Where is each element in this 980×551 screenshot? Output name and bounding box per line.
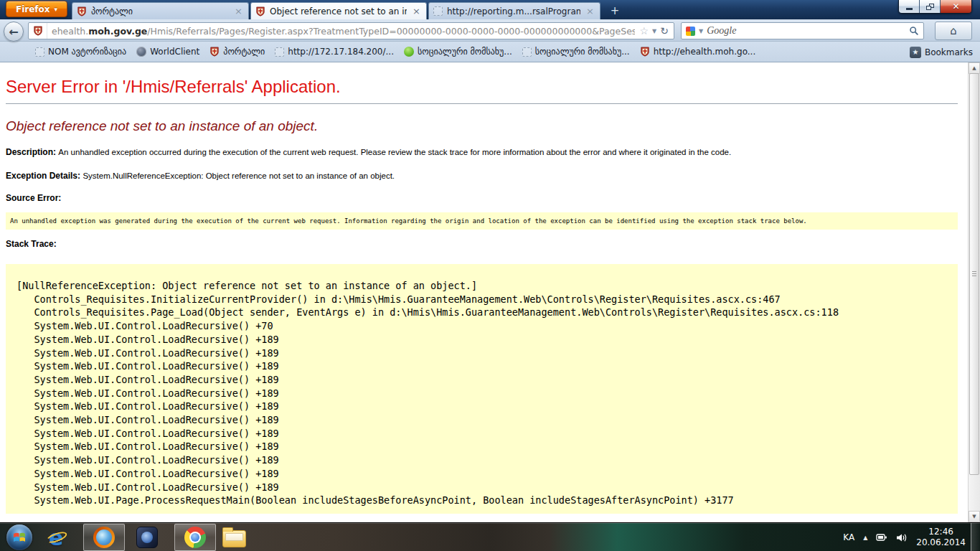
bookmarks-menu-button[interactable]: ★ Bookmarks	[907, 42, 976, 62]
minimize-button[interactable]	[899, 0, 920, 13]
url-bar-icons: ☆ ▼ ↻	[635, 25, 674, 37]
tab-close-icon[interactable]: ×	[233, 6, 244, 16]
description-label: Description:	[6, 147, 58, 157]
speaker-icon[interactable]	[896, 533, 908, 542]
globe-icon	[136, 47, 146, 57]
firefox-icon	[93, 527, 115, 548]
url-dropdown-icon[interactable]: ▼	[652, 28, 656, 34]
url-prefix: ehealth.	[52, 26, 88, 37]
bookmark-label: სოციალური მომსახუ...	[535, 47, 630, 57]
scrollbar-thumb[interactable]	[969, 73, 979, 475]
page-title: Server Error in '/Hmis/Referrals' Applic…	[6, 77, 968, 97]
bookmarks-menu-label: Bookmarks	[925, 47, 973, 57]
exception-label: Exception Details:	[6, 171, 83, 181]
georgia-emblem-icon	[209, 47, 220, 57]
tab-close-icon[interactable]: ×	[585, 6, 595, 16]
url-bar[interactable]: ehealth.moh.gov.ge/Hmis/Referrals/Pages/…	[28, 22, 674, 39]
bookmark-item-social-1[interactable]: სოციალური მომსახუ...	[399, 44, 517, 60]
georgia-emblem-favicon	[33, 26, 43, 36]
search-placeholder: Google	[707, 25, 905, 37]
scroll-down-arrow[interactable]: ▼	[969, 511, 980, 522]
taskbar-media-player-button[interactable]	[136, 527, 158, 548]
restore-icon	[926, 4, 934, 10]
clock-date: 20.06.2014	[916, 537, 966, 548]
media-player-icon	[136, 527, 158, 548]
bookmark-label: პორტალი	[223, 47, 265, 57]
description-text: An unhandled exception occurred during t…	[58, 148, 731, 156]
georgia-emblem-favicon	[77, 6, 87, 17]
bookmarks-star-icon: ★	[910, 47, 921, 58]
minimize-icon	[906, 8, 913, 10]
taskbar-firefox-button[interactable]	[83, 524, 125, 551]
home-icon: ⌂	[950, 24, 957, 37]
source-error-box: An unhandled exception was generated dur…	[6, 212, 958, 230]
search-icon[interactable]	[909, 26, 919, 36]
home-button[interactable]: ⌂	[935, 22, 972, 40]
placeholder-favicon	[433, 6, 443, 16]
taskbar-explorer-button[interactable]	[222, 527, 246, 547]
site-favicon-box	[29, 23, 47, 39]
clock[interactable]: 12:46 20.06.2014	[916, 527, 970, 548]
bookmark-item-ip[interactable]: http://172.17.184.200/...	[270, 44, 399, 60]
clock-time: 12:46	[916, 527, 966, 537]
tab-error-page-active[interactable]: Object reference not set to an instanc..…	[250, 2, 427, 19]
firefox-menu-button[interactable]: Firefox ▾	[6, 1, 67, 17]
url-text[interactable]: ehealth.moh.gov.ge/Hmis/Referrals/Pages/…	[47, 26, 635, 37]
stack-trace-box: [NullReferenceException: Object referenc…	[6, 264, 958, 514]
tab-close-icon[interactable]: ×	[411, 6, 422, 16]
divider	[6, 103, 958, 104]
new-tab-button[interactable]: +	[606, 4, 623, 18]
firefox-menu-label: Firefox	[16, 4, 50, 14]
back-arrow-icon: ←	[9, 25, 18, 39]
tab-title: http://reporting.m...rsalPrograms.aspx	[447, 6, 580, 17]
bookmark-star-icon[interactable]: ☆	[640, 25, 649, 37]
close-icon: ✕	[952, 1, 959, 11]
url-path: /Hmis/Referrals/Pages/Register.aspx?Trea…	[147, 26, 634, 37]
google-engine-icon[interactable]	[686, 27, 695, 36]
stack-trace-text: [NullReferenceException: Object referenc…	[17, 279, 958, 507]
engine-dropdown-icon[interactable]: ▼	[699, 28, 703, 34]
battery-icon[interactable]	[876, 533, 887, 542]
bookmark-label: WorldClient	[150, 47, 199, 57]
description-line: Description: An unhandled exception occu…	[6, 147, 968, 157]
bookmark-label: NOM ავტორიზაცია	[48, 47, 126, 57]
tab-title: Object reference not set to an instanc..…	[270, 6, 407, 17]
bookmark-item-worldclient[interactable]: WorldClient	[131, 44, 204, 60]
window-controls: ✕	[898, 0, 972, 14]
taskbar-ie-button[interactable]: e	[46, 527, 69, 550]
georgia-emblem-icon	[640, 47, 650, 57]
bookmark-label: სოციალური მომსახუ...	[418, 47, 512, 57]
screen: Firefox ▾ პორტალი × Object reference not…	[0, 0, 980, 551]
bookmarks-toolbar: NOM ავტორიზაცია WorldClient პორტალი http…	[0, 42, 980, 62]
show-desktop-button[interactable]	[971, 523, 980, 551]
chevron-down-icon: ▾	[55, 6, 58, 13]
taskbar-chrome-button[interactable]	[174, 524, 216, 551]
start-button[interactable]	[6, 524, 32, 550]
chrome-icon	[184, 527, 206, 548]
back-button[interactable]: ←	[4, 22, 24, 42]
windows-logo-icon	[12, 530, 27, 545]
folder-icon	[222, 530, 246, 547]
bookmark-item-social-2[interactable]: სოციალური მომსახუ...	[517, 44, 635, 60]
vertical-scrollbar[interactable]: ▲ ▼	[968, 62, 980, 522]
reload-icon[interactable]: ↻	[660, 25, 669, 37]
bookmark-item-nom[interactable]: NOM ავტორიზაცია	[30, 44, 131, 60]
placeholder-favicon	[522, 47, 532, 57]
search-input[interactable]: ▼ Google	[681, 22, 924, 39]
bookmark-item-ehealth[interactable]: http://ehealth.moh.go...	[635, 44, 761, 60]
georgia-emblem-favicon	[255, 6, 265, 17]
bookmark-item-portal[interactable]: პორტალი	[204, 44, 270, 60]
tab-portal[interactable]: პორტალი ×	[72, 2, 249, 19]
tray-up-arrow-icon[interactable]: ▲	[863, 534, 867, 541]
exception-text: System.NullReferenceException: Object re…	[83, 171, 395, 180]
green-logo-icon	[404, 47, 414, 57]
restore-button[interactable]	[920, 0, 941, 13]
url-domain: moh.gov.ge	[88, 26, 147, 37]
error-page: Server Error in '/Hmis/Referrals' Applic…	[0, 62, 968, 522]
keyboard-layout-indicator[interactable]: KA	[843, 532, 854, 542]
close-button[interactable]: ✕	[941, 0, 971, 13]
scroll-up-arrow[interactable]: ▲	[969, 62, 980, 74]
tab-reporting[interactable]: http://reporting.m...rsalPrograms.aspx ×	[428, 2, 600, 19]
taskbar: e KA ▲ 12:46	[0, 522, 980, 551]
stack-trace-label: Stack Trace:	[6, 239, 968, 249]
